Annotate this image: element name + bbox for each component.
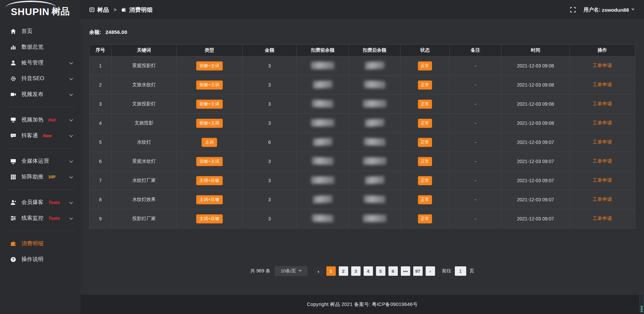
- page-button[interactable]: 2: [339, 266, 348, 276]
- cell-balance-after: [348, 95, 400, 114]
- sidebar-item-douketong[interactable]: 抖客通New: [0, 128, 80, 144]
- status-badge: 正常: [418, 214, 432, 223]
- cell-balance-after: [348, 190, 400, 209]
- sidebar-item-label: 首页: [21, 28, 33, 35]
- sidebar-item-operation-guide[interactable]: ?操作说明: [0, 252, 80, 267]
- sidebar-item-video-heating[interactable]: 视频加热Hot: [0, 112, 80, 128]
- cell-type: 前缀+主词: [177, 56, 242, 75]
- cell-time: 2021-12-03 09:08: [501, 75, 570, 95]
- table-row: 2文旅水纹灯前缀+主词3正常-2021-12-03 09:08工单申请: [90, 75, 635, 95]
- type-badge: 前缀+主词: [196, 119, 223, 128]
- sidebar-item-home[interactable]: 首页: [0, 23, 80, 39]
- chevron-down-icon: [69, 174, 73, 178]
- sidebar-item-label: 视频发布: [21, 91, 44, 98]
- topbar: 树品>消费明细 用户名: zswodun88: [80, 0, 644, 20]
- user-menu[interactable]: 用户名: zswodun88: [584, 7, 634, 13]
- cell-note: -: [449, 95, 501, 114]
- work-order-link[interactable]: 工单申请: [593, 158, 612, 164]
- chevron-down-icon: [69, 216, 73, 219]
- sidebar-item-tag: New: [43, 133, 52, 138]
- prev-page-button[interactable]: ‹: [314, 266, 323, 276]
- cell-status: 正常: [400, 209, 449, 228]
- page-button[interactable]: 4: [364, 266, 373, 276]
- cell-note: -: [449, 75, 501, 95]
- cell-index: 1: [90, 56, 111, 75]
- cell-keyword: 文旅投影灯: [111, 95, 177, 114]
- redacted-value: [365, 118, 384, 126]
- page-button[interactable]: 1: [326, 266, 336, 276]
- more-pages-button[interactable]: •••: [401, 266, 410, 276]
- cell-type: 主词+后缀: [177, 209, 242, 228]
- sidebar-item-label: 会员爆客: [21, 199, 44, 206]
- sidebar-item-tag: Tools: [48, 216, 60, 221]
- cell-index: 9: [90, 209, 111, 228]
- redacted-value: [365, 61, 384, 69]
- copyright-text: Copyright 树品 2021 备案号: 粤ICP备09019646号: [307, 301, 418, 308]
- chevron-down-icon: [69, 92, 73, 96]
- page-button[interactable]: 97: [413, 266, 423, 276]
- sidebar-item-data-overview[interactable]: 数据总览: [0, 39, 80, 55]
- cell-keyword: 景观投影灯: [111, 56, 177, 75]
- chevron-down-icon: [299, 269, 302, 271]
- cell-action: 工单申请: [570, 114, 635, 133]
- work-order-link[interactable]: 工单申请: [593, 101, 612, 106]
- scrollbar-widget[interactable]: [640, 294, 644, 313]
- page-button[interactable]: 3: [351, 266, 361, 276]
- sidebar-item-video-publish[interactable]: 视频发布: [0, 87, 80, 102]
- breadcrumb-item[interactable]: 消费明细: [121, 6, 153, 14]
- pagination-pages: ‹123456•••97›: [311, 266, 435, 276]
- status-badge: 正常: [418, 81, 432, 90]
- page-size-value: 10条/页: [281, 268, 296, 274]
- work-order-link[interactable]: 工单申请: [593, 82, 612, 87]
- status-badge: 正常: [418, 176, 432, 185]
- cell-type: 前缀+主词: [177, 75, 242, 95]
- sidebar-item-all-media-operation[interactable]: 全媒体运营: [0, 153, 80, 169]
- work-order-link[interactable]: 工单申请: [593, 139, 612, 145]
- sidebar-item-douyin-seo[interactable]: 抖音SEO: [0, 71, 80, 87]
- sidebar-item-matrix-boost[interactable]: 矩阵助推VIP: [0, 169, 80, 185]
- cell-amount: 3: [242, 114, 297, 133]
- table-row: 4文旅投影前缀+主词3正常-2021-12-03 09:08工单申请: [90, 114, 635, 133]
- cell-balance-before: [297, 133, 349, 152]
- home-icon: [10, 28, 16, 35]
- cell-type: 主词+后缀: [177, 190, 242, 209]
- sidebar-item-label: 操作说明: [21, 256, 44, 263]
- column-header: 状态: [400, 45, 449, 56]
- work-order-link[interactable]: 工单申请: [593, 177, 612, 183]
- sidebar-item-lead-monitoring[interactable]: 线索监控Tools: [0, 210, 80, 226]
- goto-page-input[interactable]: [455, 266, 466, 276]
- table-row: 1景观投影灯前缀+主词3正常-2021-12-03 09:08工单申请: [90, 56, 635, 75]
- sidebar-item-label: 抖客通: [21, 132, 38, 139]
- cell-action: 工单申请: [570, 133, 635, 152]
- monitor-icon: [10, 158, 16, 164]
- cell-time: 2021-12-03 09:07: [501, 209, 570, 228]
- table-row: 7水纹灯厂家主词+后缀3正常-2021-12-03 09:07工单申请: [90, 171, 635, 190]
- work-order-link[interactable]: 工单申请: [593, 120, 612, 125]
- page-button[interactable]: 5: [376, 266, 385, 276]
- sidebar-item-consumption-detail[interactable]: 消费明细: [0, 236, 80, 252]
- fullscreen-icon[interactable]: [570, 6, 576, 13]
- redacted-value: [363, 100, 386, 107]
- content: 余额: 24856.00 序号关键词类型金额扣费前余额扣费后余额状态备注时间操作…: [80, 20, 644, 295]
- sidebar-item-label: 线索监控: [21, 215, 44, 222]
- column-header: 操作: [570, 45, 635, 56]
- screen-icon: [10, 117, 16, 123]
- cell-time: 2021-12-03 09:07: [501, 190, 570, 209]
- work-order-link[interactable]: 工单申请: [593, 216, 612, 221]
- work-order-link[interactable]: 工单申请: [593, 63, 612, 68]
- page-size-select[interactable]: 10条/页: [275, 266, 308, 276]
- breadcrumb-label: 树品: [97, 6, 109, 14]
- help-icon: ?: [10, 256, 16, 263]
- next-page-button[interactable]: ›: [426, 266, 435, 276]
- work-order-link[interactable]: 工单申请: [593, 197, 612, 202]
- cell-amount: 3: [242, 95, 297, 114]
- chevron-down-icon: [632, 7, 634, 10]
- sidebar-item-label: 矩阵助推: [21, 173, 44, 180]
- breadcrumb-item[interactable]: 树品: [89, 6, 109, 14]
- sidebar-item-account-management[interactable]: 账号管理: [0, 55, 80, 71]
- sidebar-item-label: 账号管理: [21, 59, 44, 66]
- sidebar-item-member-burst[interactable]: 会员爆客Tools: [0, 195, 80, 210]
- app-icon: [89, 7, 95, 12]
- cell-balance-before: [297, 209, 349, 228]
- page-button[interactable]: 6: [388, 266, 398, 276]
